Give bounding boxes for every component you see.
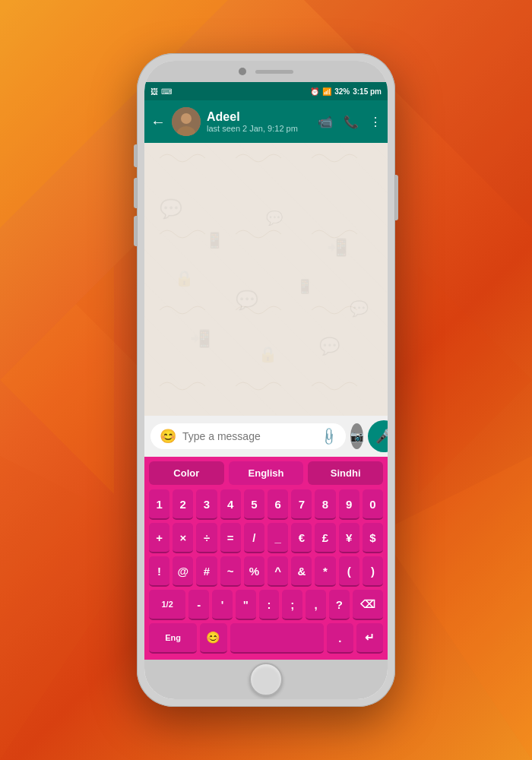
svg-marker-2 xyxy=(0,456,152,760)
status-bar: 🖼 ⌨ ⏰ 📶 32% 3:15 pm xyxy=(144,82,388,100)
mic-button[interactable]: 🎤 xyxy=(368,420,388,452)
camera-icon: 📷 xyxy=(350,430,363,442)
phone-notch xyxy=(144,61,388,82)
key-space[interactable] xyxy=(230,623,324,654)
back-button[interactable]: ← xyxy=(150,113,166,131)
emoji-button[interactable]: 😊 xyxy=(160,428,176,445)
key-period[interactable]: . xyxy=(327,623,353,654)
header-action-icons: 📹 📞 ⋮ xyxy=(318,115,382,129)
svg-text:💬: 💬 xyxy=(160,198,182,220)
phone-bottom-bar xyxy=(144,660,388,699)
svg-text:💬: 💬 xyxy=(236,289,258,311)
key-3[interactable]: 3 xyxy=(196,489,217,520)
key-asterisk[interactable]: * xyxy=(315,556,335,587)
key-plus[interactable]: + xyxy=(149,523,169,553)
keyboard-row-bottom: Eng 😊 . ↵ xyxy=(147,623,385,654)
key-eng[interactable]: Eng xyxy=(149,623,197,654)
alarm-icon: ⏰ xyxy=(310,87,319,96)
key-single-quote[interactable]: ' xyxy=(212,590,233,620)
camera-button[interactable]: 📷 xyxy=(350,423,363,449)
tab-sindhi[interactable]: Sindhi xyxy=(308,461,383,485)
svg-text:📱: 📱 xyxy=(205,231,224,249)
contact-avatar[interactable] xyxy=(172,107,201,136)
svg-marker-6 xyxy=(418,266,532,494)
key-halfpage[interactable]: 1/2 xyxy=(149,590,185,620)
tab-english[interactable]: English xyxy=(229,461,304,485)
key-dollar[interactable]: $ xyxy=(363,523,383,553)
status-right-info: ⏰ 📶 32% 3:15 pm xyxy=(310,87,382,96)
video-call-icon[interactable]: 📹 xyxy=(318,115,333,129)
contact-status: last seen 2 Jan, 9:12 pm xyxy=(207,124,312,133)
contact-name: Adeel xyxy=(207,110,312,124)
key-semicolon[interactable]: ; xyxy=(282,590,302,620)
key-equals[interactable]: = xyxy=(220,523,241,553)
phone-screen: 🖼 ⌨ ⏰ 📶 32% 3:15 pm ← xyxy=(144,82,388,660)
key-6[interactable]: 6 xyxy=(268,489,288,520)
key-divide[interactable]: ÷ xyxy=(196,523,217,553)
key-exclaim[interactable]: ! xyxy=(149,556,169,587)
chat-area: 💬 📱 💬 📲 🔒 💬 📱 💬 📲 🔒 💬 xyxy=(144,143,388,416)
tab-color[interactable]: Color xyxy=(149,461,224,485)
key-percent[interactable]: % xyxy=(244,556,264,587)
contact-info[interactable]: Adeel last seen 2 Jan, 9:12 pm xyxy=(207,110,312,133)
key-euro[interactable]: € xyxy=(291,523,312,553)
key-close-paren[interactable]: ) xyxy=(363,556,383,587)
mic-icon: 🎤 xyxy=(375,428,388,445)
key-pound[interactable]: £ xyxy=(315,523,335,553)
svg-text:📲: 📲 xyxy=(327,237,348,258)
key-5[interactable]: 5 xyxy=(244,489,264,520)
key-7[interactable]: 7 xyxy=(291,489,312,520)
keyboard-row-symbols1: + × ÷ = / _ € £ ¥ $ xyxy=(147,523,385,553)
keyboard-status-icon: ⌨ xyxy=(161,87,172,96)
key-at[interactable]: @ xyxy=(173,556,193,587)
key-caret[interactable]: ^ xyxy=(268,556,288,587)
more-options-icon[interactable]: ⋮ xyxy=(369,115,382,129)
key-slash[interactable]: / xyxy=(244,523,264,553)
chat-header: ← Adeel last seen 2 Jan, 9:12 pm 📹 xyxy=(144,100,388,143)
key-backspace[interactable]: ⌫ xyxy=(353,590,383,620)
image-status-icon: 🖼 xyxy=(150,87,158,96)
svg-text:🔒: 🔒 xyxy=(258,345,277,363)
key-hash[interactable]: # xyxy=(196,556,217,587)
key-comma[interactable]: , xyxy=(306,590,326,620)
svg-point-8 xyxy=(181,113,192,124)
key-1[interactable]: 1 xyxy=(149,489,169,520)
key-emoji[interactable]: 😊 xyxy=(200,623,226,654)
key-enter[interactable]: ↵ xyxy=(356,623,383,654)
keyboard-tabs: Color English Sindhi xyxy=(147,461,385,485)
home-button[interactable] xyxy=(249,663,283,696)
key-4[interactable]: 4 xyxy=(220,489,241,520)
key-tilde[interactable]: ~ xyxy=(220,556,241,587)
svg-marker-5 xyxy=(0,266,114,494)
key-multiply[interactable]: × xyxy=(173,523,193,553)
keyboard-row-symbols3: 1/2 - ' " : ; , ? ⌫ xyxy=(147,590,385,620)
message-input[interactable] xyxy=(182,430,315,442)
front-camera xyxy=(239,68,246,75)
key-open-paren[interactable]: ( xyxy=(339,556,359,587)
status-left-icons: 🖼 ⌨ xyxy=(150,87,172,96)
key-2[interactable]: 2 xyxy=(173,489,193,520)
key-underscore[interactable]: _ xyxy=(268,523,288,553)
key-8[interactable]: 8 xyxy=(315,489,335,520)
svg-marker-3 xyxy=(380,456,532,760)
key-9[interactable]: 9 xyxy=(339,489,359,520)
key-minus[interactable]: - xyxy=(188,590,209,620)
svg-text:🔒: 🔒 xyxy=(175,269,194,287)
key-yen[interactable]: ¥ xyxy=(339,523,359,553)
key-ampersand[interactable]: & xyxy=(291,556,312,587)
time-text: 3:15 pm xyxy=(353,87,382,96)
message-input-container[interactable]: 😊 📎 xyxy=(150,423,346,449)
wifi-icon: 📶 xyxy=(322,87,331,96)
key-question[interactable]: ? xyxy=(329,590,350,620)
key-0[interactable]: 0 xyxy=(363,489,383,520)
message-bar: 😊 📎 📷 🎤 xyxy=(144,416,388,457)
key-double-quote[interactable]: " xyxy=(236,590,256,620)
attach-button[interactable]: 📎 xyxy=(318,426,340,447)
phone-call-icon[interactable]: 📞 xyxy=(344,115,359,129)
svg-text:📲: 📲 xyxy=(190,328,211,349)
svg-text:💬: 💬 xyxy=(319,336,340,356)
keyboard-row-symbols2: ! @ # ~ % ^ & * ( ) xyxy=(147,556,385,587)
keyboard-row-numbers: 1 2 3 4 5 6 7 8 9 0 xyxy=(147,489,385,520)
key-colon[interactable]: : xyxy=(259,590,280,620)
svg-text:📱: 📱 xyxy=(296,278,314,295)
